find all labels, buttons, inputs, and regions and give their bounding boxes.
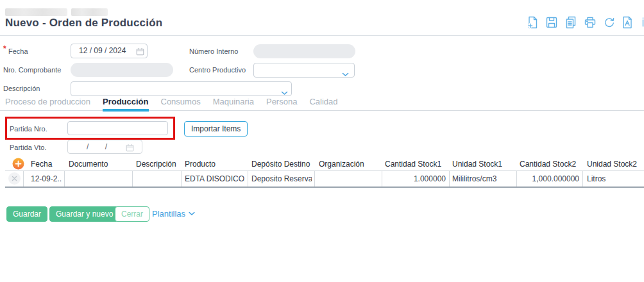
calendar-icon[interactable] <box>136 47 144 58</box>
order-production-window: Nuevo - Orden de Producción <box>0 0 644 282</box>
column-separator <box>582 171 583 187</box>
tab-calidad[interactable]: Calidad <box>309 97 337 109</box>
redacted-breadcrumb-segment <box>5 8 67 16</box>
guardar-button[interactable]: Guardar <box>6 206 47 222</box>
cell-unidad-stock2[interactable]: Litros <box>587 174 641 183</box>
table-header-border <box>5 170 644 171</box>
plantillas-dropdown[interactable]: Plantillas <box>152 209 195 219</box>
column-separator <box>248 171 248 187</box>
tab-produccion[interactable]: Producción <box>103 97 149 112</box>
col-header-documento: Documento <box>69 160 108 169</box>
centro-productivo-select[interactable] <box>253 63 355 78</box>
save-icon[interactable] <box>545 16 558 29</box>
new-document-icon[interactable] <box>526 16 539 29</box>
col-header-fecha: Fecha <box>31 160 52 169</box>
clipped-toolbar-icon[interactable] <box>641 16 644 29</box>
fecha-label: Fecha <box>8 47 28 55</box>
header-divider <box>0 35 644 36</box>
tab-persona[interactable]: Persona <box>266 97 297 109</box>
nro-comprobante-input <box>71 63 173 77</box>
tab-proceso-de-produccion[interactable]: Proceso de produccion <box>5 97 90 109</box>
col-header-unidad-stock1: Unidad Stock1 <box>452 160 502 169</box>
history-icon[interactable] <box>603 16 616 29</box>
cell-cantidad-stock1[interactable]: 1.000000 <box>382 174 446 183</box>
numero-interno-input <box>253 44 355 58</box>
tab-bar: Proceso de produccion Producción Consumo… <box>0 97 644 111</box>
guardar-y-nuevo-button[interactable]: Guardar y nuevo <box>49 206 119 222</box>
partida-nro-label: Partida Nro. <box>10 125 47 133</box>
print-icon[interactable] <box>584 16 597 29</box>
numero-interno-label: Número Interno <box>189 47 238 55</box>
chevron-down-icon <box>189 212 195 216</box>
col-header-cantidad-stock2: Cantidad Stock2 <box>520 160 576 169</box>
column-separator <box>64 171 65 187</box>
column-separator <box>132 171 133 187</box>
cell-producto[interactable]: EDTA DISODICO... <box>185 174 245 183</box>
col-header-descripcion: Descripción <box>136 160 176 169</box>
required-asterisk: * <box>3 44 6 53</box>
column-separator <box>23 171 24 187</box>
col-header-deposito-destino: Depósito Destino <box>251 160 310 169</box>
partida-nro-input[interactable] <box>67 121 168 135</box>
page-title: Nuevo - Orden de Producción <box>5 17 162 29</box>
cell-cantidad-stock2[interactable]: 1,000.000000 <box>516 174 579 183</box>
column-separator <box>181 171 182 187</box>
partida-vto-slashes: / / <box>87 142 107 151</box>
table-bottom-border <box>5 187 644 188</box>
calendar-icon <box>126 143 134 154</box>
importar-items-button[interactable]: Importar Items <box>184 121 248 137</box>
col-header-organizacion: Organización <box>319 160 364 169</box>
tab-consumos[interactable]: Consumos <box>161 97 201 109</box>
font-document-icon[interactable] <box>622 16 634 29</box>
cell-fecha[interactable]: 12-09-2... <box>31 174 62 183</box>
redacted-breadcrumb-segment <box>71 8 108 16</box>
column-separator <box>449 171 450 187</box>
add-row-button[interactable] <box>12 158 24 170</box>
chevron-down-icon[interactable] <box>342 68 349 79</box>
tab-maquinaria[interactable]: Maquinaria <box>213 97 254 109</box>
cell-unidad-stock1[interactable]: Mililitros/cm3 <box>452 174 514 183</box>
delete-row-button[interactable] <box>8 172 21 185</box>
col-header-unidad-stock2: Unidad Stock2 <box>587 160 637 169</box>
nro-comprobante-label: Nro. Comprobante <box>3 66 62 74</box>
descripcion-input[interactable] <box>71 81 292 96</box>
col-header-cantidad-stock1: Cantidad Stock1 <box>385 160 441 169</box>
column-separator <box>314 171 315 187</box>
centro-productivo-label: Centro Productivo <box>189 66 246 74</box>
cerrar-button[interactable]: Cerrar <box>115 206 149 222</box>
copy-icon[interactable] <box>564 16 577 29</box>
cell-deposito-destino[interactable]: Deposito Reserva <box>251 174 312 183</box>
plantillas-label: Plantillas <box>152 209 185 219</box>
partida-vto-label: Partida Vto. <box>10 144 46 151</box>
descripcion-label: Descripción <box>3 85 40 92</box>
col-header-producto: Producto <box>185 160 216 169</box>
